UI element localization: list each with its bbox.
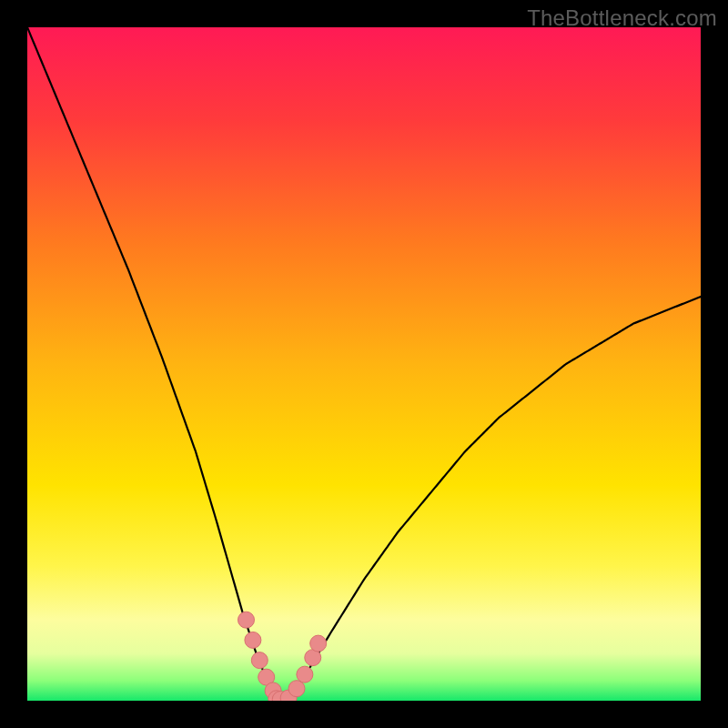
marker-point (251, 652, 268, 669)
marker-point (310, 635, 327, 652)
highlight-markers (238, 612, 327, 701)
chart-plot-area (27, 27, 701, 701)
marker-point (297, 666, 313, 682)
bottleneck-curve (27, 27, 701, 701)
marker-point (245, 632, 261, 648)
chart-overlay (27, 27, 701, 701)
marker-point (238, 612, 255, 628)
marker-point (288, 681, 305, 697)
